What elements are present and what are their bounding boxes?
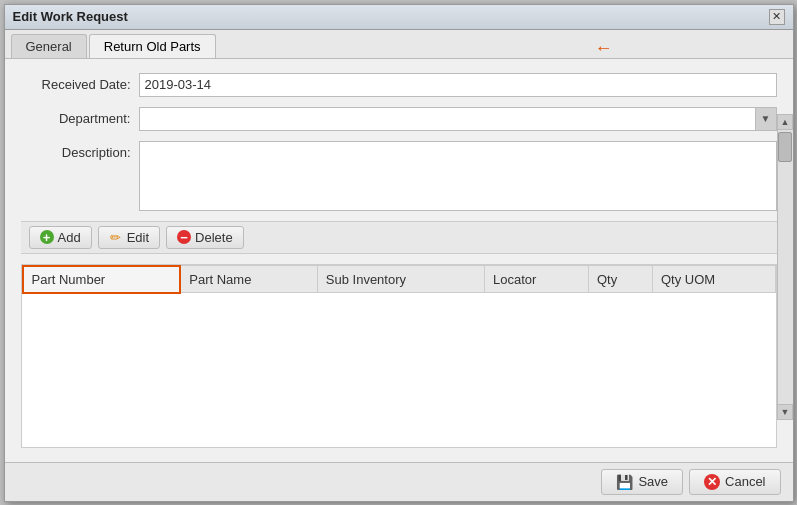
col-qty-uom: Qty UOM bbox=[653, 266, 776, 293]
col-locator: Locator bbox=[485, 266, 589, 293]
save-button[interactable]: 💾 Save bbox=[601, 469, 683, 495]
received-date-label: Received Date: bbox=[21, 73, 131, 92]
tab-general[interactable]: General bbox=[11, 34, 87, 58]
cancel-icon: ✕ bbox=[704, 474, 720, 490]
add-icon: + bbox=[40, 230, 54, 244]
table-area: Part Number Part Name Sub Inventory Loca… bbox=[21, 264, 777, 448]
footer-bar: 💾 Save ✕ Cancel bbox=[5, 462, 793, 501]
delete-icon: − bbox=[177, 230, 191, 244]
content-area: Received Date: Department: ▼ Description… bbox=[5, 59, 793, 462]
add-label: Add bbox=[58, 230, 81, 245]
description-row: Description: bbox=[21, 141, 777, 211]
description-label: Description: bbox=[21, 141, 131, 160]
title-bar: Edit Work Request ✕ bbox=[5, 5, 793, 30]
department-select-wrapper: ▼ bbox=[139, 107, 777, 131]
close-button[interactable]: ✕ bbox=[769, 9, 785, 25]
delete-label: Delete bbox=[195, 230, 233, 245]
cancel-label: Cancel bbox=[725, 474, 765, 489]
parts-table: Part Number Part Name Sub Inventory Loca… bbox=[22, 265, 776, 294]
description-textarea[interactable] bbox=[139, 141, 777, 211]
tab-return-old-parts[interactable]: Return Old Parts bbox=[89, 34, 216, 58]
department-label: Department: bbox=[21, 107, 131, 126]
edit-icon: ✏ bbox=[109, 230, 123, 244]
tab-bar: General Return Old Parts ← bbox=[5, 30, 793, 59]
cancel-button[interactable]: ✕ Cancel bbox=[689, 469, 780, 495]
edit-label: Edit bbox=[127, 230, 149, 245]
col-part-number: Part Number bbox=[23, 266, 181, 293]
edit-button[interactable]: ✏ Edit bbox=[98, 226, 160, 249]
department-select[interactable] bbox=[139, 107, 777, 131]
delete-button[interactable]: − Delete bbox=[166, 226, 244, 249]
scroll-up-button[interactable]: ▲ bbox=[777, 114, 793, 130]
tab-arrow-indicator: ← bbox=[595, 38, 613, 59]
table-header-row: Part Number Part Name Sub Inventory Loca… bbox=[23, 266, 776, 293]
dialog-title: Edit Work Request bbox=[13, 9, 128, 24]
save-icon: 💾 bbox=[616, 474, 633, 490]
save-label: Save bbox=[638, 474, 668, 489]
col-part-name: Part Name bbox=[180, 266, 317, 293]
add-button[interactable]: + Add bbox=[29, 226, 92, 249]
scroll-down-button[interactable]: ▼ bbox=[777, 404, 793, 420]
vertical-scrollbar[interactable]: ▲ ▼ bbox=[777, 114, 793, 420]
col-qty: Qty bbox=[588, 266, 652, 293]
edit-work-request-dialog: Edit Work Request ✕ General Return Old P… bbox=[4, 4, 794, 502]
col-sub-inventory: Sub Inventory bbox=[317, 266, 484, 293]
received-date-row: Received Date: bbox=[21, 73, 777, 97]
toolbar-strip: + Add ✏ Edit − Delete bbox=[21, 221, 777, 254]
scroll-thumb[interactable] bbox=[778, 132, 792, 162]
received-date-input[interactable] bbox=[139, 73, 777, 97]
department-row: Department: ▼ bbox=[21, 107, 777, 131]
